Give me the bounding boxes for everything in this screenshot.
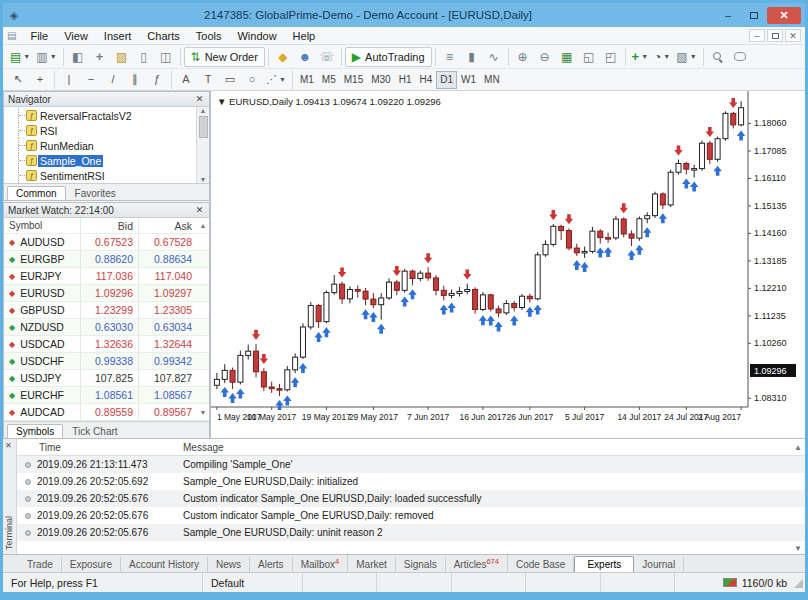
navigator-item-rsi[interactable]: ƒRSI — [4, 123, 196, 138]
timeframe-m30-button[interactable]: M30 — [367, 71, 394, 89]
notifications-button[interactable]: ☏ — [316, 47, 338, 67]
menu-tools[interactable]: Tools — [188, 29, 230, 43]
resize-grip[interactable] — [794, 579, 803, 588]
tab-mailbox[interactable]: Mailbox4 — [293, 555, 349, 572]
market-watch-button[interactable]: ◧ — [67, 47, 89, 67]
tab-experts[interactable]: Experts — [574, 556, 634, 572]
symbol-row-gbpusd[interactable]: ◆GBPUSD1.232991.23305 — [4, 302, 209, 319]
profiles-button[interactable]: ▥▼ — [33, 47, 59, 67]
bar-chart-mode-button[interactable]: ≡ — [439, 47, 461, 67]
ellipse-button[interactable]: ○ — [241, 70, 263, 90]
navigator-close-icon[interactable]: ✕ — [194, 94, 205, 104]
mdi-restore-button[interactable] — [767, 29, 783, 42]
menu-insert[interactable]: Insert — [96, 29, 140, 43]
symbol-row-eurusd[interactable]: ◆EURUSD1.092961.09297 — [4, 285, 209, 302]
tab-news[interactable]: News — [208, 557, 250, 572]
market-watch-scroll-up-icon[interactable]: ▲ — [197, 222, 209, 229]
tab-market[interactable]: Market — [348, 557, 396, 572]
ask-column-header[interactable]: Ask — [139, 218, 197, 233]
symbol-row-audusd[interactable]: ◆AUDUSD0.675230.67528 — [4, 234, 209, 251]
menu-view[interactable]: View — [56, 29, 96, 43]
chat-button[interactable] — [729, 47, 751, 67]
navigator-tab-common[interactable]: Common — [7, 186, 66, 200]
terminal-close-icon[interactable]: ✕ — [5, 441, 12, 450]
symbol-row-eurjpy[interactable]: ◆EURJPY117.036117.040 — [4, 268, 209, 285]
navigator-tab-favorites[interactable]: Favorites — [66, 186, 125, 200]
periods-button[interactable]: ◔▼ — [651, 47, 673, 67]
search-button[interactable] — [707, 47, 729, 67]
navigator-item-sample_one[interactable]: ƒSample_One — [4, 153, 196, 168]
mdi-minimize-button[interactable]: – — [749, 29, 765, 42]
new-order-button[interactable]: ⇅New Order — [184, 47, 265, 67]
navigator-button[interactable]: ▨ — [111, 47, 133, 67]
market-watch-tab-symbols[interactable]: Symbols — [7, 424, 63, 438]
cursor-button[interactable]: ↖ — [7, 70, 29, 90]
tab-exposure[interactable]: Exposure — [62, 557, 121, 572]
auto-scroll-button[interactable]: ◫ — [155, 47, 177, 67]
trendline-button[interactable]: / — [102, 70, 124, 90]
scroll-down-icon[interactable]: ▼ — [200, 176, 207, 183]
eurusd-daily-chart[interactable]: 1.180601.170851.161101.151351.141601.131… — [211, 91, 801, 438]
timeframe-w1-button[interactable]: W1 — [457, 71, 480, 89]
menu-window[interactable]: Window — [229, 29, 284, 43]
step-back-button[interactable]: ◱ — [578, 47, 600, 67]
symbol-row-nzdusd[interactable]: ◆NZDUSD0.630300.63034 — [4, 319, 209, 336]
text-button[interactable]: A — [175, 70, 197, 90]
tab-account-history[interactable]: Account History — [121, 557, 208, 572]
terminal-scroll-up-icon[interactable]: ▲ — [791, 443, 805, 452]
zoom-in-button[interactable]: ⊕ — [512, 47, 534, 67]
chart-shift-button[interactable]: ▯ — [133, 47, 155, 67]
timeframe-m1-button[interactable]: M1 — [296, 71, 318, 89]
data-window-button[interactable]: + — [89, 47, 111, 67]
symbol-row-usdcad[interactable]: ◆USDCAD1.326361.32644 — [4, 336, 209, 353]
market-watch-close-icon[interactable]: ✕ — [194, 205, 205, 215]
tab-journal[interactable]: Journal — [634, 557, 684, 572]
autotrading-button[interactable]: ▶AutoTrading — [345, 47, 432, 67]
line-chart-mode-button[interactable]: ∿ — [483, 47, 505, 67]
symbol-row-eurgbp[interactable]: ◆EURGBP0.886200.88634 — [4, 251, 209, 268]
restore-button[interactable] — [741, 7, 767, 24]
templates-button[interactable]: ▧▼ — [673, 47, 699, 67]
symbol-row-eurchf[interactable]: ◆EURCHF1.085611.08567 — [4, 387, 209, 404]
symbol-row-usdchf[interactable]: ◆USDCHF0.993380.99342 — [4, 353, 209, 370]
symbol-row-audcad[interactable]: ◆AUDCAD0.895590.89567▼ — [4, 404, 209, 421]
arrows-button[interactable]: ⋰▼ — [263, 70, 289, 90]
vertical-line-button[interactable]: | — [58, 70, 80, 90]
equidistant-channel-button[interactable]: ∥ — [124, 70, 146, 90]
tab-code-base[interactable]: Code Base — [508, 557, 574, 572]
timeframe-d1-button[interactable]: D1 — [436, 71, 457, 89]
tab-signals[interactable]: Signals — [396, 557, 446, 572]
minimize-button[interactable]: – — [715, 7, 741, 24]
text-label-button[interactable]: T — [197, 70, 219, 90]
menu-charts[interactable]: Charts — [139, 29, 187, 43]
timeframe-mn-button[interactable]: MN — [480, 71, 504, 89]
metaeditor-button[interactable]: ◆ — [272, 47, 294, 67]
zoom-out-button[interactable]: ⊖ — [534, 47, 556, 67]
market-watch-tab-tick-chart[interactable]: Tick Chart — [63, 424, 126, 438]
accounts-button[interactable]: ☻ — [294, 47, 316, 67]
tile-windows-button[interactable]: ▦ — [556, 47, 578, 67]
horizontal-line-button[interactable]: − — [80, 70, 102, 90]
market-watch-scroll-down-icon[interactable]: ▼ — [197, 409, 209, 416]
navigator-scrollbar[interactable]: ▲ ▼ — [196, 107, 209, 183]
symbol-column-header[interactable]: Symbol — [4, 218, 81, 233]
step-forward-button[interactable]: ◰ — [600, 47, 622, 67]
mdi-close-button[interactable]: ✕ — [785, 29, 801, 42]
scroll-up-icon[interactable]: ▲ — [200, 107, 207, 114]
navigator-item-runmedian[interactable]: ƒRunMedian — [4, 138, 196, 153]
navigator-item-reversalfractalsv2[interactable]: ƒReversalFractalsV2 — [4, 108, 196, 123]
fibonacci-button[interactable]: ƒ — [146, 70, 168, 90]
candlestick-mode-button[interactable]: ▮ — [461, 47, 483, 67]
navigator-item-sentimentrsi[interactable]: ƒSentimentRSI — [4, 168, 196, 183]
crosshair-button[interactable]: + — [29, 70, 51, 90]
chart-window[interactable]: 1.180601.170851.161101.151351.141601.131… — [211, 91, 805, 438]
tab-alerts[interactable]: Alerts — [250, 557, 293, 572]
terminal-scroll-down-icon[interactable]: ▼ — [791, 544, 805, 553]
tab-trade[interactable]: Trade — [19, 557, 62, 572]
shapes-button[interactable]: ▭ — [219, 70, 241, 90]
timeframe-m5-button[interactable]: M5 — [318, 71, 340, 89]
menu-help[interactable]: Help — [285, 29, 324, 43]
symbol-row-usdjpy[interactable]: ◆USDJPY107.825107.827 — [4, 370, 209, 387]
status-profile[interactable]: Default — [203, 573, 303, 592]
bid-column-header[interactable]: Bid — [81, 218, 139, 233]
